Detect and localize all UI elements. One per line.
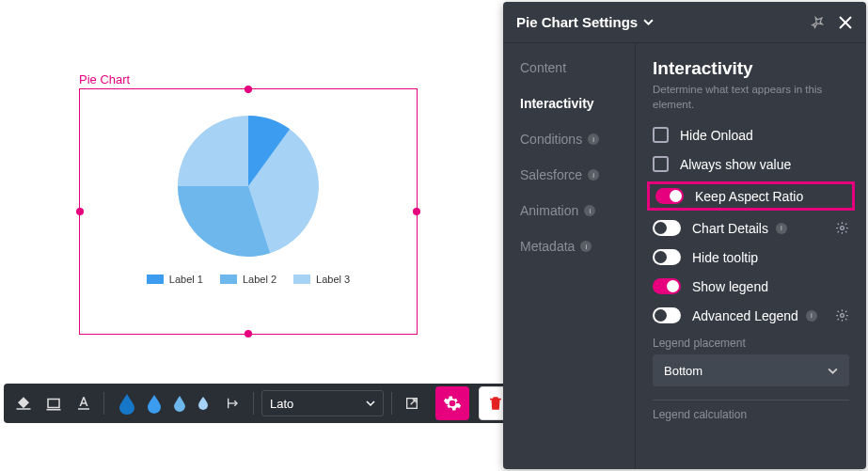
- color-swatches: [118, 392, 210, 415]
- gear-icon[interactable]: [835, 308, 849, 322]
- tab-interactivity[interactable]: Interactivity: [520, 96, 635, 111]
- chevron-down-icon: [366, 399, 375, 408]
- toggle-keep-aspect-ratio[interactable]: [655, 188, 684, 204]
- legend-item: Label 2: [220, 274, 276, 285]
- panel-content: Interactivity Determine what text appear…: [635, 43, 866, 469]
- resize-handle-bottom[interactable]: [245, 330, 252, 338]
- toggle-advanced-legend[interactable]: [653, 307, 681, 323]
- text-color-icon[interactable]: [71, 391, 96, 416]
- info-icon: i: [580, 241, 592, 252]
- svg-rect-1: [48, 400, 59, 408]
- info-icon: i: [588, 169, 599, 181]
- option-advanced-legend: Advanced Legend i: [653, 307, 849, 323]
- highlighted-option: Keep Aspect Ratio: [647, 181, 855, 211]
- toggle-hide-tooltip[interactable]: [653, 249, 681, 265]
- resize-handle-right[interactable]: [413, 208, 420, 215]
- legend-item: Label 3: [293, 274, 350, 285]
- svg-point-10: [841, 314, 844, 318]
- info-icon: i: [806, 310, 817, 322]
- panel-title-dropdown[interactable]: Pie Chart Settings: [516, 14, 654, 30]
- pie-chart-svg: [178, 116, 319, 257]
- option-chart-details: Chart Details i: [653, 220, 849, 236]
- tab-conditions[interactable]: Conditionsi: [520, 132, 635, 147]
- panel-tabs: Content Interactivity Conditionsi Salesf…: [503, 43, 635, 469]
- toggle-chart-details[interactable]: [653, 220, 681, 236]
- checkbox-hide-onload[interactable]: [653, 127, 669, 143]
- settings-button[interactable]: [435, 386, 469, 420]
- font-family-select[interactable]: Lato: [261, 390, 384, 416]
- option-hide-tooltip: Hide tooltip: [653, 249, 849, 265]
- swatch-drop-icon[interactable]: [118, 392, 136, 415]
- info-icon: i: [588, 133, 599, 145]
- option-show-legend: Show legend: [653, 278, 849, 294]
- legend-calculation-label: Legend calculation: [653, 408, 849, 421]
- info-icon: i: [584, 205, 595, 216]
- option-always-show-value: Always show value: [653, 156, 849, 172]
- fill-icon[interactable]: [11, 391, 36, 416]
- element-toolbar: Lato: [4, 384, 520, 423]
- svg-rect-0: [17, 408, 31, 410]
- checkbox-always-show-value[interactable]: [653, 156, 669, 172]
- option-keep-aspect-ratio: Keep Aspect Ratio: [655, 188, 846, 204]
- resize-handle-left[interactable]: [76, 208, 84, 215]
- gear-icon[interactable]: [835, 221, 849, 235]
- swatch-drop-icon[interactable]: [146, 393, 163, 414]
- option-hide-onload: Hide Onload: [653, 127, 849, 143]
- legend-item: Label 1: [147, 274, 203, 285]
- swatch-drop-icon[interactable]: [197, 395, 210, 412]
- section-title: Interactivity: [653, 58, 849, 79]
- svg-rect-3: [78, 408, 89, 410]
- pin-icon[interactable]: [811, 15, 825, 29]
- toggle-show-legend[interactable]: [653, 278, 681, 294]
- align-left-icon[interactable]: [221, 391, 245, 416]
- settings-panel: Pie Chart Settings Content Interactivity…: [503, 2, 866, 469]
- info-icon: i: [776, 223, 787, 234]
- tab-animation[interactable]: Animationi: [520, 203, 635, 218]
- close-icon[interactable]: [838, 15, 853, 30]
- tab-metadata[interactable]: Metadatai: [520, 239, 635, 254]
- border-icon[interactable]: [41, 391, 66, 416]
- selected-element-label: Pie Chart: [79, 72, 130, 86]
- tab-content[interactable]: Content: [520, 60, 635, 75]
- pie-chart-element[interactable]: Label 1 Label 2 Label 3: [79, 88, 418, 335]
- panel-header: Pie Chart Settings: [503, 2, 866, 43]
- section-subtitle: Determine what text appears in this elem…: [653, 83, 849, 112]
- legend-placement-select[interactable]: Bottom: [653, 354, 849, 386]
- resize-handle-top[interactable]: [245, 86, 252, 93]
- svg-point-9: [841, 227, 844, 230]
- legend-placement-label: Legend placement: [653, 337, 849, 350]
- chevron-down-icon: [828, 366, 838, 376]
- tab-salesforce[interactable]: Salesforcei: [520, 167, 635, 182]
- open-external-icon[interactable]: [400, 391, 424, 416]
- swatch-drop-icon[interactable]: [172, 394, 187, 413]
- chevron-down-icon: [643, 17, 654, 27]
- chart-legend: Label 1 Label 2 Label 3: [147, 274, 350, 285]
